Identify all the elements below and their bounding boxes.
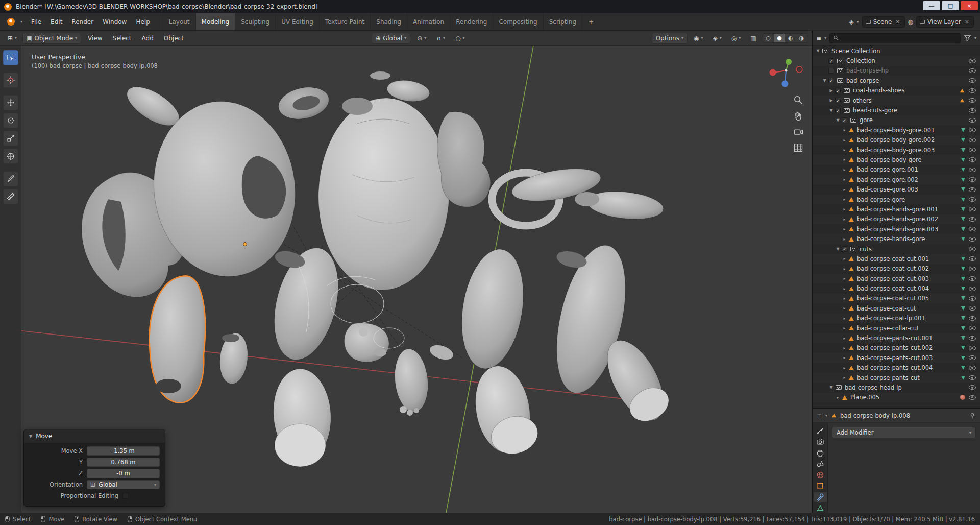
workspace-tab-uv-editing[interactable]: UV Editing bbox=[276, 13, 320, 30]
gizmos-toggle[interactable]: ◈ ▾ bbox=[709, 34, 725, 43]
hide-in-viewport-eye-icon[interactable] bbox=[969, 296, 976, 301]
outliner-row[interactable]: ▼bad-corpse-head-lp bbox=[813, 383, 980, 392]
unlink-scene-button[interactable]: × bbox=[894, 18, 901, 25]
outliner-row[interactable]: ▸bad-corpse-pants-cut.004 bbox=[813, 363, 980, 373]
expand-arrow-icon[interactable]: ▸ bbox=[841, 157, 848, 162]
outliner-row[interactable]: ▸bad-corpse-body-gore.003 bbox=[813, 145, 980, 155]
expand-arrow-icon[interactable]: ▼ bbox=[815, 49, 821, 53]
workspace-tab-shading[interactable]: Shading bbox=[371, 13, 407, 30]
hide-in-viewport-eye-icon[interactable] bbox=[969, 108, 976, 113]
outliner-row[interactable]: ▸bad-corpse-pants-cut bbox=[813, 373, 980, 383]
options-menu[interactable]: Options ▾ bbox=[652, 33, 688, 44]
minimize-button[interactable]: — bbox=[923, 1, 940, 10]
view-layer-icon[interactable]: ◍ bbox=[908, 19, 913, 25]
ortho-grid-icon[interactable] bbox=[793, 142, 803, 153]
chevron-down-icon[interactable]: ▾ bbox=[824, 36, 826, 40]
hide-in-viewport-eye-icon[interactable] bbox=[969, 287, 976, 291]
camera-view-icon[interactable] bbox=[793, 127, 803, 137]
expand-arrow-icon[interactable]: ▸ bbox=[841, 237, 848, 242]
hide-in-viewport-eye-icon[interactable] bbox=[969, 326, 976, 330]
collection-checkbox[interactable]: ✓ bbox=[842, 246, 847, 252]
workspace-tab-scripting[interactable]: Scripting bbox=[544, 13, 582, 30]
collection-checkbox[interactable]: ✓ bbox=[835, 108, 841, 113]
expand-arrow-icon[interactable]: ▶ bbox=[828, 98, 835, 103]
outliner-row[interactable]: ▸bad-corpse-body-gore.001 bbox=[813, 125, 980, 135]
outliner-row[interactable]: ▼✓cuts bbox=[813, 244, 980, 254]
hide-in-viewport-eye-icon[interactable] bbox=[969, 385, 976, 390]
outliner-row[interactable]: ▸bad-corpse-hands-gore.003 bbox=[813, 224, 980, 234]
hide-in-viewport-eye-icon[interactable] bbox=[969, 217, 976, 222]
workspace-tab-sculpting[interactable]: Sculpting bbox=[235, 13, 276, 30]
outliner-row[interactable]: ▸bad-corpse-coat-cut.002 bbox=[813, 264, 980, 274]
expand-arrow-icon[interactable]: ▼ bbox=[835, 118, 841, 123]
workspace-tab-modeling[interactable]: Modeling bbox=[196, 13, 236, 30]
properties-tab-render[interactable] bbox=[814, 437, 827, 447]
add-workspace-button[interactable]: + bbox=[583, 18, 599, 26]
browse-scene-icon[interactable]: ◈ bbox=[849, 19, 853, 25]
rendered-shading-button[interactable]: ◑ bbox=[796, 34, 807, 42]
measure-tool-button[interactable] bbox=[3, 189, 18, 204]
outliner-row[interactable]: ▸bad-corpse-gore.002 bbox=[813, 175, 980, 184]
scene-selector[interactable]: Scene × bbox=[862, 16, 905, 28]
outliner-row[interactable]: ▸bad-corpse-pants-cut.001 bbox=[813, 333, 980, 343]
hide-in-viewport-eye-icon[interactable] bbox=[969, 88, 976, 93]
hide-in-viewport-eye-icon[interactable] bbox=[969, 128, 976, 132]
collection-checkbox[interactable]: ✓ bbox=[828, 78, 834, 83]
expand-arrow-icon[interactable]: ▸ bbox=[841, 217, 848, 222]
expand-arrow-icon[interactable]: ▸ bbox=[835, 395, 841, 400]
expand-arrow-icon[interactable]: ▶ bbox=[828, 88, 835, 93]
outliner-row[interactable]: ▼✓bad-corpse bbox=[813, 76, 980, 85]
view-layer-selector[interactable]: View Layer × bbox=[916, 16, 974, 28]
properties-tab-data[interactable] bbox=[814, 503, 827, 513]
outliner-row[interactable]: ▸bad-corpse-gore.003 bbox=[813, 184, 980, 194]
hide-in-viewport-eye-icon[interactable] bbox=[969, 197, 976, 202]
viewport-menu-add[interactable]: Add bbox=[137, 33, 158, 44]
hide-in-viewport-eye-icon[interactable] bbox=[969, 148, 976, 152]
annotate-tool-button[interactable] bbox=[3, 171, 18, 186]
editor-type-button[interactable]: ⊞ ▾ bbox=[4, 34, 20, 43]
outliner-row[interactable]: ▸bad-corpse-gore.001 bbox=[813, 165, 980, 175]
workspace-tab-texture-paint[interactable]: Texture Paint bbox=[320, 13, 371, 30]
remove-view-layer-button[interactable]: × bbox=[964, 18, 970, 25]
scale-tool-button[interactable] bbox=[3, 131, 18, 146]
hide-in-viewport-eye-icon[interactable] bbox=[969, 316, 976, 321]
cursor-tool-button[interactable] bbox=[3, 73, 18, 88]
expand-arrow-icon[interactable]: ▸ bbox=[841, 287, 848, 291]
outliner-row[interactable]: ▸bad-corpse-gore bbox=[813, 195, 980, 204]
hide-in-viewport-eye-icon[interactable] bbox=[969, 375, 976, 380]
expand-arrow-icon[interactable]: ▼ bbox=[828, 108, 835, 113]
outliner-row[interactable]: ▸bad-corpse-coat-cut.001 bbox=[813, 254, 980, 264]
expand-arrow-icon[interactable]: ▸ bbox=[841, 148, 848, 152]
blender-menu-button[interactable]: ▾ bbox=[4, 18, 26, 26]
hide-in-viewport-eye-icon[interactable] bbox=[969, 177, 976, 182]
outliner-row[interactable]: ▸bad-corpse-coat-cut.003 bbox=[813, 274, 980, 283]
viewport-menu-select[interactable]: Select bbox=[108, 33, 136, 44]
outliner-row[interactable]: ✓Collection bbox=[813, 56, 980, 65]
expand-arrow-icon[interactable]: ▸ bbox=[841, 267, 848, 271]
workspace-tab-rendering[interactable]: Rendering bbox=[450, 13, 493, 30]
hide-in-viewport-eye-icon[interactable] bbox=[969, 187, 976, 192]
expand-arrow-icon[interactable]: ▸ bbox=[841, 366, 848, 370]
expand-arrow-icon[interactable]: ▸ bbox=[841, 227, 848, 231]
expand-arrow-icon[interactable]: ▼ bbox=[821, 78, 828, 83]
expand-arrow-icon[interactable]: ▸ bbox=[841, 375, 848, 380]
rotate-tool-button[interactable] bbox=[3, 113, 18, 128]
collection-checkbox[interactable]: ✓ bbox=[835, 88, 841, 93]
outliner-row[interactable]: ▸bad-corpse-body-gore.002 bbox=[813, 135, 980, 145]
hide-in-viewport-eye-icon[interactable] bbox=[969, 118, 976, 123]
outliner-editor-icon[interactable]: ≡ bbox=[816, 35, 821, 41]
overlays-toggle[interactable]: ◎ ▾ bbox=[728, 34, 745, 43]
expand-arrow-icon[interactable]: ▼ bbox=[835, 247, 841, 251]
expand-arrow-icon[interactable]: ▸ bbox=[841, 128, 848, 132]
add-modifier-button[interactable]: Add Modifier ▾ bbox=[832, 427, 976, 438]
menu-window[interactable]: Window bbox=[98, 16, 131, 28]
menu-help[interactable]: Help bbox=[131, 16, 154, 28]
chevron-down-icon[interactable]: ▾ bbox=[857, 19, 859, 24]
chevron-down-icon[interactable]: ▾ bbox=[825, 413, 827, 418]
properties-tab-object[interactable] bbox=[814, 481, 827, 491]
outliner-search[interactable] bbox=[829, 33, 961, 43]
outliner-row[interactable]: bad-corpse-hp bbox=[813, 66, 980, 76]
proportional-editing-toggle[interactable]: ○ ▾ bbox=[452, 34, 469, 43]
outliner-row[interactable]: ▸bad-corpse-coat-cut.004 bbox=[813, 283, 980, 293]
collection-checkbox[interactable]: ✓ bbox=[835, 98, 841, 103]
